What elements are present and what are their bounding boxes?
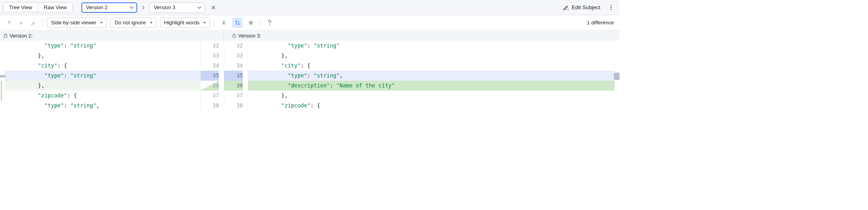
code-line: }, <box>5 81 200 91</box>
svg-rect-7 <box>233 35 236 38</box>
svg-rect-6 <box>4 35 7 38</box>
diff-nav-group <box>4 18 38 28</box>
pane-headers: Version 2: Version 3: <box>0 30 619 41</box>
code-line: "zipcode": { <box>5 91 200 101</box>
code-line: "type": "string" <box>248 41 615 51</box>
line-number: 38 <box>201 101 219 111</box>
line-number: 34 <box>201 61 219 71</box>
line-number: 35 <box>224 71 243 81</box>
triangle-down-icon <box>203 21 207 25</box>
highlight-mode-label: Highlight words <box>164 20 200 26</box>
top-toolbar: Tree View Raw View Version 2 Version 3 <… <box>0 0 619 15</box>
arrow-up-icon <box>7 20 12 25</box>
highlight-mode-select[interactable]: Highlight words <box>160 18 211 28</box>
code-line: }, <box>248 51 615 61</box>
view-mode-tabs: Tree View Raw View <box>3 2 73 12</box>
select-left-version[interactable]: Version 2 <box>81 2 137 13</box>
kebab-icon <box>610 5 612 10</box>
sync-scroll-icon <box>235 20 240 26</box>
help-button[interactable] <box>264 18 275 28</box>
code-line: }, <box>248 91 615 101</box>
close-compare-button[interactable] <box>208 2 219 13</box>
select-right-version[interactable]: Version 3 <box>149 2 205 13</box>
tab-raw-view[interactable]: Raw View <box>38 2 73 12</box>
line-number: 34 <box>224 61 243 71</box>
right-pane-header: Version 3: <box>223 30 619 41</box>
pencil-icon <box>31 20 36 25</box>
viewer-mode-label: Side-by-side viewer <box>51 20 96 26</box>
chevron-down-icon <box>197 6 201 10</box>
svg-point-1 <box>611 5 612 6</box>
right-pane-title: Version 3: <box>238 33 261 39</box>
svg-point-3 <box>611 9 612 10</box>
collapse-icon <box>221 20 227 26</box>
line-number: 37 <box>224 91 243 101</box>
change-marker[interactable] <box>0 75 6 77</box>
select-left-version-label: Version 2 <box>86 4 107 10</box>
svg-point-2 <box>611 7 612 8</box>
triangle-down-icon <box>149 21 153 25</box>
edit-button[interactable] <box>28 18 38 28</box>
left-pane-header: Version 2: <box>0 30 223 41</box>
left-pane-title: Version 2: <box>10 33 33 39</box>
change-marker[interactable] <box>614 73 619 80</box>
lock-icon <box>3 33 8 38</box>
ignore-mode-label: Do not ignore <box>114 20 146 26</box>
left-marker-strip <box>0 41 5 111</box>
svg-text:<>: <> <box>566 8 569 11</box>
close-icon <box>211 5 216 10</box>
sync-scroll-button[interactable] <box>232 18 243 28</box>
left-code-pane[interactable]: "type": "string" }, "city": { "type": "s… <box>5 41 200 111</box>
line-number: 36 <box>224 81 243 91</box>
right-line-numbers: 32 33 34 35 36 37 38 <box>224 41 248 111</box>
edit-subject-label: Edit Subject <box>572 4 600 10</box>
right-marker-strip <box>615 41 619 111</box>
chevron-right-icon <box>140 6 146 10</box>
edit-icon: <> <box>563 4 569 11</box>
triangle-down-icon <box>99 21 103 25</box>
collapse-unchanged-button[interactable] <box>219 18 229 28</box>
diff-toolbar: Side-by-side viewer Do not ignore Highli… <box>0 15 619 30</box>
tab-tree-view[interactable]: Tree View <box>3 2 38 12</box>
next-diff-button[interactable] <box>16 18 26 28</box>
code-line-modified: "type": "string", <box>248 71 615 81</box>
code-line: "city": { <box>5 61 200 71</box>
edit-subject-button[interactable]: <> Edit Subject <box>560 4 603 12</box>
line-number: 33 <box>201 51 219 61</box>
code-line-added: "description": "Name of the city" <box>248 81 615 91</box>
line-number: 33 <box>224 51 243 61</box>
code-line: }, <box>5 51 200 61</box>
help-icon <box>267 20 272 26</box>
ignore-mode-select[interactable]: Do not ignore <box>110 18 156 28</box>
chevron-down-icon <box>130 6 134 10</box>
arrow-down-icon <box>19 20 24 25</box>
right-code-pane[interactable]: "type": "string" }, "city": { "type": "s… <box>248 41 615 111</box>
line-number: 37 <box>201 91 219 101</box>
code-line: "zipcode": { <box>248 101 615 111</box>
code-line: "city": { <box>248 61 615 71</box>
code-line: "type": "string" <box>5 41 200 51</box>
line-number: 35 <box>201 71 219 81</box>
gear-icon <box>248 20 254 26</box>
diff-body: "type": "string" }, "city": { "type": "s… <box>0 41 619 111</box>
svg-point-5 <box>269 24 270 25</box>
code-line-modified: "type": "string" <box>5 71 200 81</box>
line-number: 38 <box>224 101 243 111</box>
line-number: 32 <box>224 41 243 51</box>
viewer-mode-select[interactable]: Side-by-side viewer <box>47 18 107 28</box>
prev-diff-button[interactable] <box>4 18 14 28</box>
line-number-gutter: 32 33 34 35 36 37 38 32 33 34 35 36 37 3… <box>200 41 248 111</box>
difference-count: 1 difference <box>587 20 615 26</box>
lock-icon <box>232 33 237 38</box>
line-number: 32 <box>201 41 219 51</box>
add-marker <box>1 81 2 101</box>
more-actions-button[interactable] <box>606 2 616 13</box>
code-line: "type": "string", <box>5 101 200 111</box>
left-line-numbers: 32 33 34 35 36 37 38 <box>201 41 224 111</box>
line-number: 36 <box>201 81 219 91</box>
svg-point-4 <box>250 22 252 23</box>
diff-settings-button[interactable] <box>246 18 256 28</box>
select-right-version-label: Version 3 <box>154 4 175 10</box>
